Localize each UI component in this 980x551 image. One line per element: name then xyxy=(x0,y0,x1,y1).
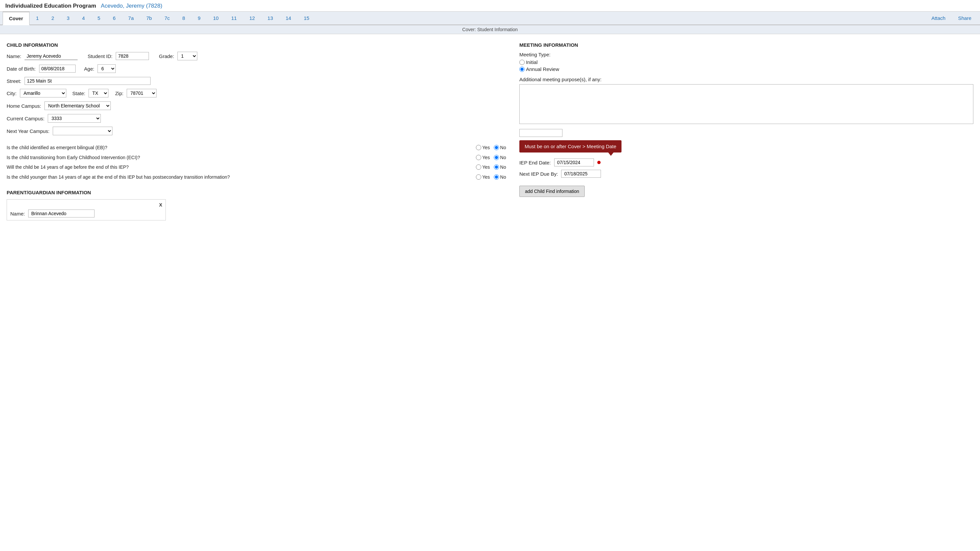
question-3-radios: Yes No xyxy=(476,164,506,170)
next-iep-due-label: Next IEP Due By: xyxy=(519,171,558,177)
question-2-yes-radio[interactable] xyxy=(476,155,481,160)
zip-label: Zip: xyxy=(115,91,123,96)
tab-14[interactable]: 14 xyxy=(280,12,297,25)
current-campus-select[interactable]: 3333 xyxy=(48,114,101,123)
tab-2[interactable]: 2 xyxy=(45,12,60,25)
question-1-radios: Yes No xyxy=(476,145,506,150)
tab-8[interactable]: 8 xyxy=(177,12,191,25)
grade-label: Grade: xyxy=(159,53,174,59)
question-4-yes[interactable]: Yes xyxy=(476,175,490,180)
current-campus-label: Current Campus: xyxy=(6,116,45,121)
tooltip-error: Must be on or after Cover > Meeting Date xyxy=(519,140,622,152)
sub-header: Cover: Student Information xyxy=(0,25,980,34)
next-year-campus-label: Next Year Campus: xyxy=(6,128,49,134)
student-name: Acevedo, Jeremy (7828) xyxy=(101,3,162,9)
tab-4[interactable]: 4 xyxy=(76,12,91,25)
question-row-4: Is the child younger than 14 years of ag… xyxy=(6,174,506,181)
tab-6[interactable]: 6 xyxy=(107,12,121,25)
next-year-campus-select[interactable] xyxy=(53,127,113,135)
tab-attach[interactable]: Attach xyxy=(925,12,951,25)
question-1-yes-radio[interactable] xyxy=(476,145,481,150)
meeting-type-annual[interactable]: Annual Review xyxy=(519,66,974,72)
dob-input[interactable] xyxy=(39,65,76,73)
parent-guardian-title: PARENT/GUARDIAN INFORMATION xyxy=(6,190,506,195)
tab-1[interactable]: 1 xyxy=(30,12,45,25)
name-label: Name: xyxy=(6,53,21,59)
tab-10[interactable]: 10 xyxy=(207,12,225,25)
iep-end-date-input[interactable] xyxy=(554,159,594,167)
additional-purposes-label: Additional meeting purpose(s), if any: xyxy=(519,76,974,82)
current-campus-row: Current Campus: 3333 xyxy=(6,114,506,123)
questions-section: Is the child identified as emergent bili… xyxy=(6,144,506,180)
street-input[interactable] xyxy=(25,77,151,85)
name-input[interactable] xyxy=(25,52,78,60)
question-2-no-radio[interactable] xyxy=(494,155,499,160)
dob-label: Date of Birth: xyxy=(6,66,36,71)
tab-7b[interactable]: 7b xyxy=(140,12,158,25)
meeting-type-initial-radio[interactable] xyxy=(519,60,525,65)
tab-bar: Cover 1 2 3 4 5 6 7a 7b 7c 8 9 10 11 12 … xyxy=(0,12,980,25)
question-3-yes[interactable]: Yes xyxy=(476,164,490,170)
question-row-3: Will the child be 14 years of age before… xyxy=(6,164,506,171)
right-column: MEETING INFORMATION Meeting Type: Initia… xyxy=(519,42,974,221)
parent-name-row: Name: xyxy=(10,210,162,218)
additional-purposes-textarea[interactable] xyxy=(519,84,974,124)
question-4-yes-radio[interactable] xyxy=(476,175,481,180)
question-3-no[interactable]: No xyxy=(494,164,506,170)
question-row-1: Is the child identified as emergent bili… xyxy=(6,144,506,151)
tab-cover[interactable]: Cover xyxy=(3,12,30,25)
next-iep-due-row: Next IEP Due By: xyxy=(519,170,974,178)
student-id-input[interactable] xyxy=(116,52,149,60)
main-content: CHILD INFORMATION Name: Student ID: Grad… xyxy=(0,34,980,227)
city-row: City: Amarillo State: TX Zip: 78701 xyxy=(6,89,506,97)
page-header: Individualized Education Program Acevedo… xyxy=(0,0,980,12)
parent-box: X Name: xyxy=(6,199,166,221)
city-label: City: xyxy=(6,91,17,96)
question-2-yes[interactable]: Yes xyxy=(476,155,490,160)
question-4-no-radio[interactable] xyxy=(494,175,499,180)
question-1-yes[interactable]: Yes xyxy=(476,145,490,150)
question-1-text: Is the child identified as emergent bili… xyxy=(6,144,473,151)
tab-13[interactable]: 13 xyxy=(262,12,279,25)
age-select[interactable]: 6 7 xyxy=(97,64,116,73)
tab-7a[interactable]: 7a xyxy=(123,12,140,25)
question-4-radios: Yes No xyxy=(476,175,506,180)
question-4-no[interactable]: No xyxy=(494,175,506,180)
question-3-yes-radio[interactable] xyxy=(476,164,481,170)
question-3-no-radio[interactable] xyxy=(494,164,499,170)
question-1-no-radio[interactable] xyxy=(494,145,499,150)
tab-11[interactable]: 11 xyxy=(225,12,243,25)
next-iep-due-input[interactable] xyxy=(561,170,601,178)
city-select[interactable]: Amarillo xyxy=(20,89,66,97)
tab-15[interactable]: 15 xyxy=(298,12,315,25)
page-title: Individualized Education Program xyxy=(5,3,96,9)
child-info-title: CHILD INFORMATION xyxy=(6,42,506,48)
meeting-type-initial[interactable]: Initial xyxy=(519,59,974,65)
question-1-no[interactable]: No xyxy=(494,145,506,150)
question-2-no[interactable]: No xyxy=(494,155,506,160)
tab-12[interactable]: 12 xyxy=(243,12,261,25)
question-4-text: Is the child younger than 14 years of ag… xyxy=(6,174,473,181)
meeting-info-title: MEETING INFORMATION xyxy=(519,42,974,48)
add-child-find-button[interactable]: add Child Find information xyxy=(519,186,585,197)
tooltip-text: Must be on or after Cover > Meeting Date xyxy=(525,144,616,149)
parent-name-input[interactable] xyxy=(28,210,94,218)
tab-5[interactable]: 5 xyxy=(92,12,106,25)
state-select[interactable]: TX xyxy=(89,89,108,97)
tab-7c[interactable]: 7c xyxy=(159,12,176,25)
parent-close-button[interactable]: X xyxy=(159,202,162,208)
meeting-type-annual-radio[interactable] xyxy=(519,67,525,72)
grade-select[interactable]: 1 2 3 xyxy=(177,52,197,60)
home-campus-select[interactable]: North Elementary School xyxy=(45,102,111,110)
home-campus-row: Home Campus: North Elementary School xyxy=(6,102,506,110)
name-row: Name: Student ID: Grade: 1 2 3 xyxy=(6,52,506,60)
tab-3[interactable]: 3 xyxy=(61,12,75,25)
age-label: Age: xyxy=(84,66,94,71)
zip-select[interactable]: 78701 xyxy=(127,89,156,97)
tab-9[interactable]: 9 xyxy=(192,12,206,25)
student-id-label: Student ID: xyxy=(88,53,113,59)
question-2-radios: Yes No xyxy=(476,155,506,160)
question-row-2: Is the child transitioning from Early Ch… xyxy=(6,154,506,161)
tab-share[interactable]: Share xyxy=(952,12,977,25)
iep-meeting-date-input[interactable] xyxy=(519,129,562,137)
